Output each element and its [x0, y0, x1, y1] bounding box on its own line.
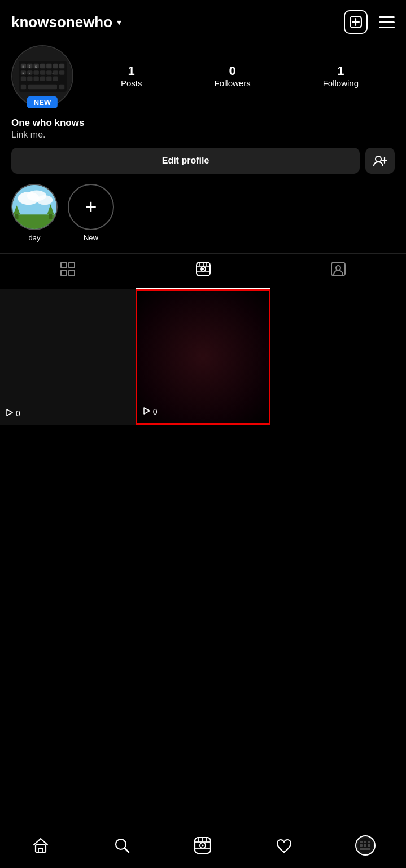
svg-marker-60 — [144, 408, 150, 414]
svg-rect-20 — [33, 76, 38, 81]
story-label-new: New — [84, 233, 98, 242]
posts-stat[interactable]: 1 Posts — [121, 64, 142, 89]
svg-rect-17 — [59, 70, 64, 75]
profile-section: H J K N M < NEW 1 Posts 0 Followers — [0, 39, 406, 174]
svg-rect-7 — [40, 63, 45, 68]
following-label: Following — [323, 78, 359, 88]
new-story-badge[interactable]: NEW — [27, 96, 58, 108]
svg-marker-59 — [7, 409, 12, 416]
profile-name: One who knows — [11, 117, 395, 129]
menu-line-2 — [379, 21, 395, 23]
following-stat[interactable]: 1 Following — [323, 64, 359, 89]
grid-cell-center-selected[interactable]: 0 — [136, 289, 271, 425]
svg-rect-48 — [69, 270, 75, 276]
nav-reels[interactable] — [189, 834, 217, 857]
posts-count: 1 — [121, 64, 142, 78]
posts-label: Posts — [121, 78, 142, 88]
menu-line-1 — [379, 16, 395, 18]
grid-cell-right[interactable] — [270, 289, 406, 425]
add-content-button[interactable] — [344, 10, 368, 34]
nav-activity[interactable] — [270, 834, 298, 857]
story-circle-day — [11, 184, 58, 230]
story-item-day[interactable]: day — [11, 184, 58, 242]
svg-rect-78 — [364, 844, 366, 847]
stories-row: day + New — [0, 174, 406, 248]
svg-rect-9 — [53, 63, 58, 68]
tab-reels[interactable] — [136, 254, 271, 289]
username-text[interactable]: knowsonewho — [11, 14, 112, 31]
svg-rect-15 — [46, 70, 51, 75]
followers-count: 0 — [214, 64, 250, 78]
header-left: knowsonewho ▾ — [11, 14, 121, 31]
nav-search[interactable] — [108, 834, 136, 857]
svg-rect-14 — [40, 70, 45, 75]
profile-info: One who knows Link me. — [11, 117, 395, 140]
svg-point-58 — [336, 266, 340, 270]
svg-rect-26 — [59, 84, 64, 89]
svg-rect-47 — [61, 270, 67, 276]
svg-rect-77 — [360, 844, 363, 847]
svg-text:H: H — [22, 65, 24, 68]
svg-rect-21 — [40, 76, 45, 81]
bottom-nav — [0, 826, 406, 868]
hamburger-menu-icon[interactable] — [379, 16, 395, 28]
svg-rect-23 — [53, 76, 58, 81]
svg-point-33 — [376, 156, 381, 162]
svg-line-64 — [124, 848, 129, 853]
edit-profile-button[interactable]: Edit profile — [11, 148, 360, 174]
profile-bio: Link me. — [11, 130, 395, 140]
svg-rect-19 — [27, 76, 32, 81]
profile-buttons: Edit profile — [11, 148, 395, 174]
svg-rect-25 — [28, 84, 57, 89]
tab-tagged[interactable] — [270, 254, 406, 289]
svg-text:K: K — [35, 65, 37, 68]
add-friend-button[interactable] — [365, 148, 395, 174]
profile-top: H J K N M < NEW 1 Posts 0 Followers — [11, 45, 395, 107]
new-story-circle[interactable]: + — [68, 184, 114, 230]
followers-stat[interactable]: 0 Followers — [214, 64, 250, 89]
story-label-day: day — [29, 233, 41, 242]
svg-rect-80 — [360, 848, 370, 850]
nav-profile[interactable] — [351, 834, 379, 857]
grid-cell-left[interactable]: 0 — [0, 289, 136, 425]
grid-icon — [60, 262, 75, 280]
svg-marker-72 — [202, 844, 204, 847]
reels-icon — [196, 262, 211, 280]
story-sky-image — [12, 185, 56, 229]
play-count-center-value: 0 — [153, 407, 158, 416]
svg-rect-74 — [360, 841, 363, 843]
content-tabs — [0, 253, 406, 289]
svg-point-40 — [37, 195, 53, 205]
svg-rect-45 — [61, 262, 67, 268]
play-icon-left — [6, 409, 13, 418]
svg-text:J: J — [28, 65, 30, 68]
svg-text:M: M — [28, 72, 30, 74]
svg-text:N: N — [22, 72, 24, 74]
plus-icon: + — [85, 197, 97, 217]
followers-label: Followers — [214, 78, 250, 88]
nav-home[interactable] — [27, 834, 55, 857]
svg-rect-75 — [364, 841, 366, 843]
header: knowsonewho ▾ — [0, 0, 406, 39]
menu-line-3 — [379, 27, 395, 28]
chevron-down-icon[interactable]: ▾ — [117, 17, 121, 28]
svg-rect-22 — [46, 76, 51, 81]
svg-rect-76 — [368, 841, 370, 843]
svg-rect-18 — [20, 76, 25, 81]
header-right — [344, 10, 395, 34]
svg-rect-8 — [46, 63, 51, 68]
nav-profile-avatar — [355, 835, 376, 856]
content-grid: 0 0 — [0, 289, 406, 425]
svg-rect-13 — [33, 70, 38, 75]
tagged-icon — [331, 262, 346, 280]
svg-rect-46 — [69, 262, 75, 268]
tab-grid[interactable] — [0, 254, 136, 289]
following-count: 1 — [323, 64, 359, 78]
story-item-new[interactable]: + New — [68, 184, 114, 242]
play-count-left: 0 — [6, 409, 20, 418]
stats-row: 1 Posts 0 Followers 1 Following — [85, 64, 395, 89]
svg-rect-79 — [368, 844, 370, 847]
svg-text:<: < — [52, 72, 54, 74]
svg-rect-24 — [20, 84, 25, 89]
play-count-center: 0 — [143, 407, 158, 416]
